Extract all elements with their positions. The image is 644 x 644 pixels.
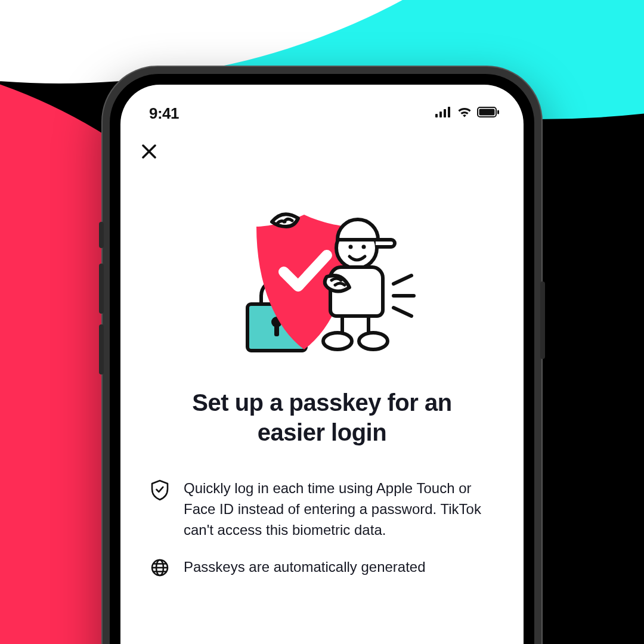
svg-point-15 [323, 333, 352, 349]
close-icon [140, 143, 158, 163]
svg-point-14 [362, 245, 366, 249]
phone-mute-switch [99, 222, 104, 248]
phone-bezel: 9:41 [110, 74, 534, 644]
promo-canvas: 9:41 [0, 0, 644, 644]
nav-bar [120, 131, 524, 165]
wifi-icon [457, 107, 472, 120]
bullet-auto-generated: Passkeys are automatically generated [150, 557, 494, 580]
page-title: Set up a passkey for an easier login [156, 388, 488, 447]
svg-rect-6 [497, 110, 499, 114]
status-bar: 9:41 [120, 85, 524, 131]
svg-line-17 [394, 275, 411, 284]
svg-rect-0 [435, 114, 438, 117]
battery-icon [477, 107, 500, 120]
svg-point-13 [349, 245, 353, 249]
svg-rect-5 [479, 109, 495, 116]
svg-rect-3 [448, 107, 450, 117]
phone-volume-up [99, 264, 104, 314]
svg-rect-2 [444, 109, 446, 117]
svg-rect-1 [439, 112, 442, 117]
close-button[interactable] [137, 141, 161, 165]
bullet-text: Quickly log in each time using Apple Tou… [184, 478, 494, 540]
bullet-quick-login: Quickly log in each time using Apple Tou… [150, 478, 494, 540]
svg-point-16 [359, 333, 388, 349]
passkey-illustration [150, 200, 494, 367]
cellular-icon [435, 107, 452, 120]
phone-power-button [540, 281, 545, 359]
phone-screen: 9:41 [120, 85, 524, 644]
status-time: 9:41 [149, 104, 179, 123]
globe-icon [150, 558, 171, 580]
status-icons [435, 107, 500, 120]
phone-volume-down [99, 324, 104, 374]
svg-line-19 [394, 308, 411, 316]
bullet-text: Passkeys are automatically generated [184, 557, 426, 578]
svg-rect-11 [274, 324, 279, 336]
phone-frame: 9:41 [103, 67, 541, 644]
page-content: Set up a passkey for an easier login Qui… [120, 165, 524, 580]
shield-check-icon [150, 479, 171, 503]
